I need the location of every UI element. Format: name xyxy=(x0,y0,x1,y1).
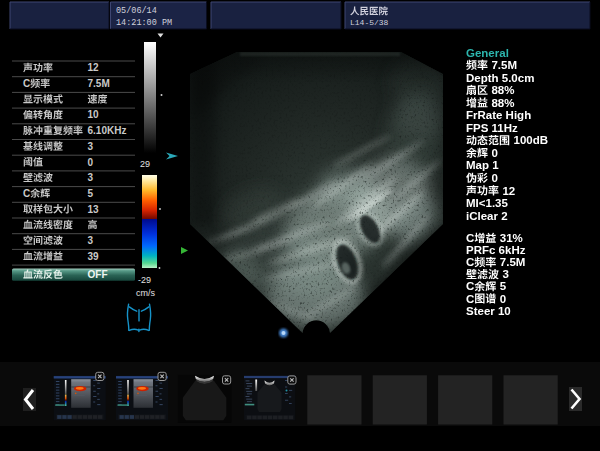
svg-text:7.5M: 7.5M xyxy=(491,59,517,71)
svg-text:0: 0 xyxy=(500,293,506,305)
svg-text:3: 3 xyxy=(502,268,508,280)
svg-text:3: 3 xyxy=(88,141,94,152)
svg-text:5: 5 xyxy=(500,280,507,292)
svg-text:C: C xyxy=(466,232,474,244)
svg-text:FPS 11Hz: FPS 11Hz xyxy=(466,122,518,134)
svg-text:7.5M: 7.5M xyxy=(500,256,526,268)
svg-text:3: 3 xyxy=(88,235,94,246)
svg-text:6.10KHz: 6.10KHz xyxy=(88,125,127,136)
svg-text:Steer 10: Steer 10 xyxy=(466,305,511,317)
svg-text:05/06/14: 05/06/14 xyxy=(116,6,157,16)
svg-text:FrRate High: FrRate High xyxy=(466,109,531,121)
svg-text:PRFc 6kHz: PRFc 6kHz xyxy=(466,244,526,256)
svg-text:5: 5 xyxy=(88,188,94,199)
svg-text:7.5M: 7.5M xyxy=(88,78,110,89)
svg-text:0: 0 xyxy=(88,157,94,168)
svg-text:OFF: OFF xyxy=(88,269,108,280)
svg-text:13: 13 xyxy=(88,204,100,215)
svg-text:cm/s: cm/s xyxy=(136,288,155,298)
svg-text:C: C xyxy=(23,78,30,89)
svg-text:12: 12 xyxy=(88,62,100,73)
svg-text:General: General xyxy=(466,47,509,59)
svg-text:MI<1.35: MI<1.35 xyxy=(466,197,508,209)
svg-text:100dB: 100dB xyxy=(514,134,549,146)
svg-text:Map 1: Map 1 xyxy=(466,159,499,171)
svg-text:3: 3 xyxy=(88,172,94,183)
svg-text:C: C xyxy=(466,256,474,268)
svg-text:88%: 88% xyxy=(491,84,514,96)
svg-text:31%: 31% xyxy=(500,232,523,244)
svg-text:88%: 88% xyxy=(491,97,514,109)
svg-text:0: 0 xyxy=(491,172,497,184)
svg-text:L14-5/38: L14-5/38 xyxy=(350,18,389,27)
svg-text:iClear 2: iClear 2 xyxy=(466,210,508,222)
svg-text:29: 29 xyxy=(140,159,150,169)
svg-text:C: C xyxy=(466,280,474,292)
svg-text:39: 39 xyxy=(88,251,100,262)
svg-text:C: C xyxy=(466,293,474,305)
svg-text:10: 10 xyxy=(88,109,100,120)
svg-text:14:21:00 PM: 14:21:00 PM xyxy=(116,18,172,28)
svg-text:C: C xyxy=(23,188,30,199)
svg-text:-29: -29 xyxy=(138,275,151,285)
svg-text:12: 12 xyxy=(502,185,515,197)
svg-text:0: 0 xyxy=(491,147,497,159)
svg-text:Depth 5.0cm: Depth 5.0cm xyxy=(466,72,534,84)
